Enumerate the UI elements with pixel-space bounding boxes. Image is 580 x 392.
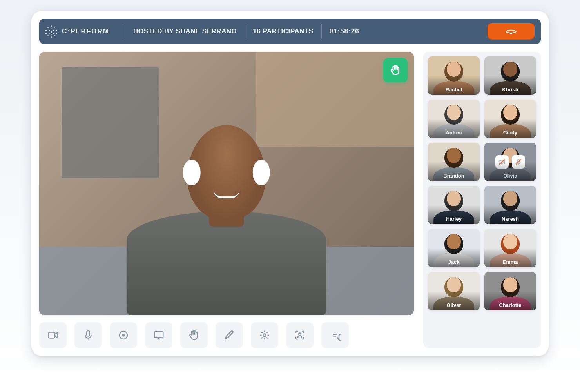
participant-tile[interactable]: Oliver [428, 272, 480, 310]
participant-tile[interactable]: Charlotte [484, 272, 536, 310]
hosted-by-label: HOSTED BY SHANE SERRANO [133, 27, 237, 35]
participant-name: Khristi [484, 76, 536, 95]
pen-icon [223, 329, 235, 341]
svg-point-3 [122, 334, 125, 337]
participant-tile[interactable]: Naresh [484, 186, 536, 224]
participant-tile[interactable]: Cindy [484, 100, 536, 138]
participants-panel: RachelKhristiAntoniCindyBrandonOliviaHar… [423, 52, 541, 348]
layout-button[interactable] [286, 322, 314, 348]
annotate-button[interactable] [216, 322, 243, 348]
participant-tile[interactable]: Brandon [428, 143, 480, 181]
participant-name: Rachel [428, 76, 480, 95]
main-area: RachelKhristiAntoniCindyBrandonOliviaHar… [39, 52, 541, 348]
main-speaker-video[interactable] [39, 52, 414, 315]
svg-rect-0 [49, 332, 55, 338]
participant-name: Cindy [484, 119, 536, 138]
chat-button[interactable] [321, 322, 349, 348]
raise-hand-button[interactable] [180, 322, 208, 348]
svg-point-5 [263, 334, 266, 337]
settings-button[interactable] [251, 322, 278, 348]
camera-icon [47, 329, 59, 341]
participant-tile[interactable]: Antoni [428, 100, 480, 138]
meeting-window: C²PERFORM HOSTED BY SHANE SERRANO 16 PAR… [31, 11, 549, 356]
participant-tile[interactable]: Harley [428, 186, 480, 224]
participant-tile[interactable]: Jack [428, 229, 480, 267]
hand-raised-badge[interactable] [383, 58, 408, 82]
chat-icon [329, 329, 341, 341]
brand-logo: C²PERFORM [45, 25, 117, 37]
participant-name: Charlotte [484, 291, 536, 310]
participant-name: Antoni [428, 119, 480, 138]
logo-mark-icon [45, 25, 57, 37]
participant-name: Harley [428, 205, 480, 224]
divider [245, 24, 245, 38]
mic-icon [82, 329, 94, 341]
participant-tile[interactable]: Olivia [484, 143, 536, 181]
brand-name: C²PERFORM [62, 27, 109, 35]
record-button[interactable] [110, 322, 137, 348]
camera-button[interactable] [39, 322, 67, 348]
divider [125, 24, 125, 38]
participant-tile[interactable]: Emma [484, 229, 536, 267]
svg-point-6 [299, 333, 301, 335]
svg-rect-4 [154, 332, 163, 338]
hand-icon [390, 64, 401, 76]
mic-button[interactable] [74, 322, 102, 348]
meeting-toolbar [39, 322, 414, 348]
svg-rect-1 [87, 331, 90, 336]
share-screen-button[interactable] [145, 322, 172, 348]
meeting-header: C²PERFORM HOSTED BY SHANE SERRANO 16 PAR… [39, 19, 541, 44]
divider [321, 24, 322, 38]
hang-up-icon [505, 27, 517, 36]
hand-icon [188, 329, 200, 341]
record-icon [118, 329, 129, 341]
participant-tile[interactable]: Rachel [428, 56, 480, 95]
participant-name: Emma [484, 248, 536, 267]
screen-icon [153, 329, 165, 341]
participant-tile[interactable]: Khristi [484, 56, 536, 95]
participant-name: Naresh [484, 205, 536, 224]
speaker-figure [118, 99, 335, 315]
person-frame-icon [294, 329, 306, 341]
gear-icon [259, 329, 270, 341]
participant-name: Jack [428, 248, 480, 267]
participant-name: Brandon [428, 162, 480, 181]
meeting-timer: 01:58:26 [330, 27, 359, 35]
left-column [39, 52, 414, 348]
participant-name: Olivia [484, 162, 536, 181]
end-call-button[interactable] [488, 23, 535, 40]
participant-name: Oliver [428, 291, 480, 310]
participant-count: 16 PARTICIPANTS [253, 27, 313, 35]
